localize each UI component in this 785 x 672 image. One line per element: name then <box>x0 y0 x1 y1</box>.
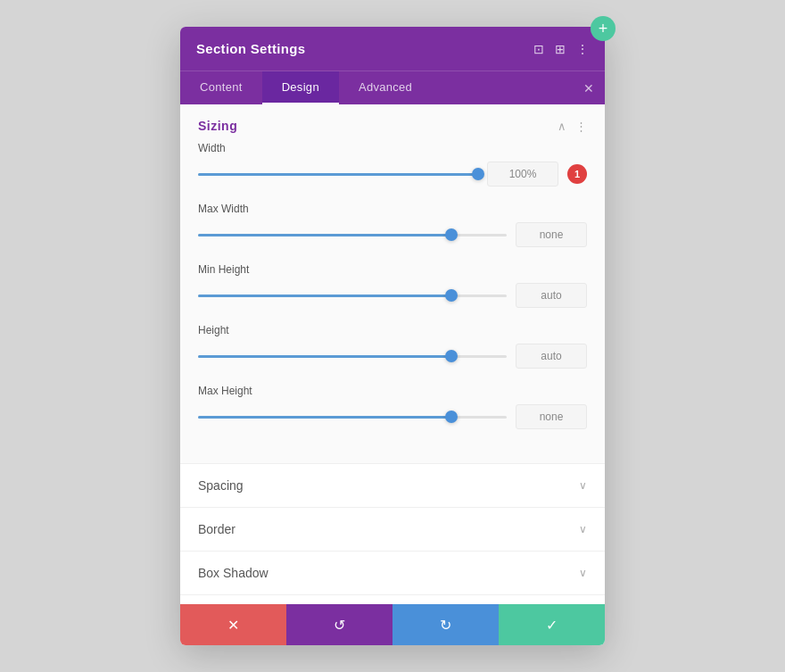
spacing-section[interactable]: Spacing ∨ <box>180 463 605 507</box>
field-controls-max-width <box>198 222 587 247</box>
close-icon: ✕ <box>583 81 594 95</box>
field-label-height: Height <box>198 324 587 336</box>
preview-icon[interactable]: ⊡ <box>533 42 544 56</box>
tab-advanced[interactable]: Advanced <box>339 71 432 104</box>
height-slider[interactable] <box>198 355 507 358</box>
field-label-min-height: Min Height <box>198 263 587 276</box>
spacing-chevron-icon: ∨ <box>579 479 587 492</box>
undo-icon: ↺ <box>334 617 345 634</box>
width-slider-fill <box>198 173 478 176</box>
width-badge: 1 <box>567 164 587 184</box>
max-width-slider[interactable] <box>198 234 507 236</box>
min-height-slider-thumb[interactable] <box>445 289 458 302</box>
max-width-input[interactable] <box>516 222 587 247</box>
panel-toolbar: ✕ ↺ ↻ ✓ <box>180 604 605 645</box>
more-options-icon[interactable]: ⋮ <box>576 42 589 56</box>
section-controls: ∧ ⋮ <box>558 120 587 133</box>
border-chevron-icon: ∨ <box>579 523 587 535</box>
max-height-slider-fill <box>198 416 451 419</box>
field-controls-min-height <box>198 283 587 308</box>
box-shadow-section[interactable]: Box Shadow ∨ <box>180 551 605 594</box>
save-icon: ✓ <box>546 617 558 634</box>
min-height-slider-fill <box>198 295 451 297</box>
field-max-height: Max Height <box>198 385 587 429</box>
field-label-width: Width <box>198 142 587 154</box>
height-slider-thumb[interactable] <box>445 350 458 362</box>
panel-header: Section Settings ⊡ ⊞ ⋮ <box>180 27 605 71</box>
box-shadow-title: Box Shadow <box>198 566 269 580</box>
max-width-slider-thumb[interactable] <box>445 228 458 241</box>
plus-icon: + <box>599 20 608 38</box>
redo-icon: ↻ <box>440 617 451 634</box>
width-input[interactable] <box>487 162 558 187</box>
layout-icon[interactable]: ⊞ <box>555 42 566 56</box>
spacing-title: Spacing <box>198 478 244 493</box>
sizing-section-header: Sizing ∧ ⋮ <box>180 104 605 142</box>
panel-content: Sizing ∧ ⋮ Width <box>180 104 605 604</box>
cancel-icon: ✕ <box>227 617 239 634</box>
tab-content[interactable]: Content <box>180 71 262 104</box>
width-slider-track <box>198 173 478 176</box>
filters-section[interactable]: Filters ∨ <box>180 594 605 604</box>
width-slider-thumb[interactable] <box>472 168 484 180</box>
panel-wrapper: + Section Settings ⊡ ⊞ ⋮ Content Design <box>180 27 605 645</box>
height-input[interactable] <box>516 344 587 369</box>
tab-design[interactable]: Design <box>262 71 339 104</box>
height-slider-fill <box>198 355 451 358</box>
min-height-slider[interactable] <box>198 295 507 297</box>
page-background: + Section Settings ⊡ ⊞ ⋮ Content Design <box>0 0 785 672</box>
field-label-max-height: Max Height <box>198 385 587 397</box>
tabs-bar: Content Design Advanced ✕ <box>180 71 605 104</box>
box-shadow-chevron-icon: ∨ <box>579 567 587 579</box>
collapse-icon[interactable]: ∧ <box>558 120 566 133</box>
sizing-fields: Width 1 <box>180 142 605 463</box>
field-max-width: Max Width <box>198 203 587 247</box>
field-height: Height <box>198 324 587 369</box>
undo-button[interactable]: ↺ <box>286 604 392 645</box>
border-section[interactable]: Border ∨ <box>180 507 605 551</box>
min-height-slider-track <box>198 295 507 297</box>
max-width-slider-track <box>198 234 507 236</box>
max-width-slider-fill <box>198 234 451 236</box>
field-min-height: Min Height <box>198 263 587 308</box>
max-height-input[interactable] <box>516 404 587 429</box>
field-controls-max-height <box>198 404 587 429</box>
width-slider[interactable] <box>198 173 478 176</box>
field-width: Width 1 <box>198 142 587 187</box>
field-controls-height <box>198 344 587 369</box>
field-label-max-width: Max Width <box>198 203 587 215</box>
field-controls-width: 1 <box>198 162 587 187</box>
section-more-icon[interactable]: ⋮ <box>575 120 587 133</box>
save-button[interactable]: ✓ <box>499 604 605 645</box>
section-settings-panel: Section Settings ⊡ ⊞ ⋮ Content Design Ad… <box>180 27 605 645</box>
border-title: Border <box>198 522 236 536</box>
max-height-slider-thumb[interactable] <box>445 411 458 423</box>
tab-close-button[interactable]: ✕ <box>583 71 605 104</box>
add-button[interactable]: + <box>591 16 616 41</box>
header-icons-group: ⊡ ⊞ ⋮ <box>533 42 589 56</box>
cancel-button[interactable]: ✕ <box>180 604 286 645</box>
redo-button[interactable]: ↻ <box>392 604 499 645</box>
min-height-input[interactable] <box>516 283 587 308</box>
max-height-slider-track <box>198 416 507 419</box>
height-slider-track <box>198 355 507 358</box>
panel-title: Section Settings <box>196 41 305 56</box>
sizing-title: Sizing <box>198 119 237 133</box>
max-height-slider[interactable] <box>198 416 507 419</box>
